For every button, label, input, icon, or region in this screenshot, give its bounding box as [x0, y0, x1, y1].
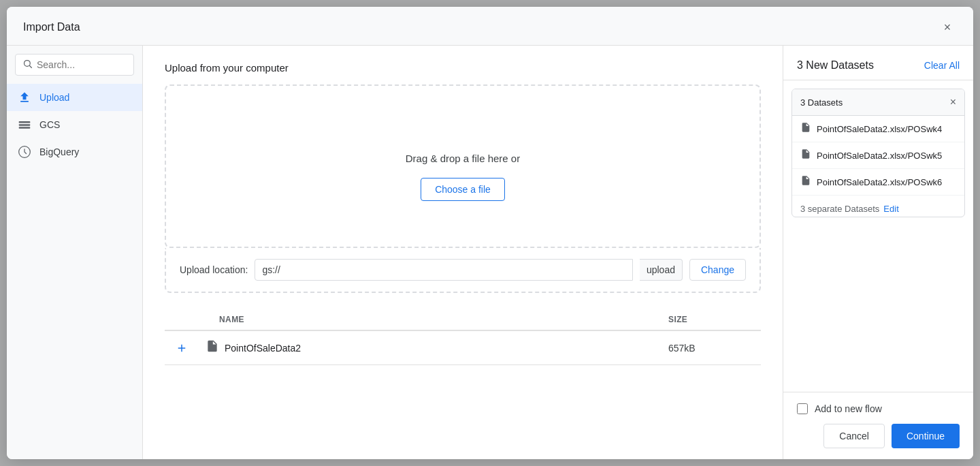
sidebar-item-label-bigquery: BigQuery: [39, 146, 79, 157]
dataset-name-1: PointOfSaleData2.xlsx/POSwk4: [817, 124, 942, 134]
new-datasets-title: 3 New Datasets: [797, 59, 874, 72]
datasets-box-close-button[interactable]: ×: [950, 96, 956, 108]
cancel-button[interactable]: Cancel: [823, 424, 885, 448]
import-data-modal: Import Data ×: [7, 7, 973, 459]
separate-datasets-row: 3 separate Datasets Edit: [792, 196, 964, 217]
col-name-header: NAME: [219, 315, 655, 324]
file-size-cell: 657kB: [668, 343, 750, 354]
upload-icon: [18, 91, 31, 104]
sidebar-item-upload[interactable]: Upload: [7, 84, 142, 111]
bigquery-icon: [18, 145, 31, 159]
dataset-file-icon-2: [800, 149, 811, 162]
col-size-header: SIZE: [668, 315, 750, 324]
file-icon: [206, 339, 219, 356]
svg-rect-4: [19, 127, 31, 129]
expand-icon[interactable]: [176, 342, 192, 354]
main-content: Upload from your computer Drag & drop a …: [143, 46, 783, 459]
drop-zone[interactable]: Drag & drop a file here or Choose a file: [165, 84, 761, 248]
sidebar-item-bigquery[interactable]: BigQuery: [7, 138, 142, 166]
continue-button[interactable]: Continue: [892, 424, 960, 448]
modal-title: Import Data: [23, 21, 80, 33]
right-panel-footer: Add to new flow Cancel Continue: [783, 392, 973, 459]
datasets-count-label: 3 Datasets: [800, 97, 843, 108]
file-name-cell: PointOfSaleData2: [206, 339, 655, 356]
add-flow-row: Add to new flow: [797, 403, 960, 414]
section-title: Upload from your computer: [165, 62, 761, 74]
clear-all-button[interactable]: Clear All: [924, 60, 960, 71]
gcs-icon: [18, 118, 31, 131]
svg-rect-3: [19, 124, 31, 126]
footer-buttons: Cancel Continue: [797, 424, 960, 448]
table-header: NAME SIZE: [165, 309, 761, 331]
right-panel-header: 3 New Datasets Clear All: [783, 46, 973, 80]
dataset-item-3: PointOfSaleData2.xlsx/POSwk6: [792, 169, 964, 196]
drop-zone-text: Drag & drop a file here or: [406, 153, 520, 164]
add-to-flow-checkbox[interactable]: [797, 403, 808, 414]
svg-point-0: [24, 61, 31, 67]
right-panel: 3 New Datasets Clear All 3 Datasets ×: [783, 46, 973, 459]
separate-datasets-text: 3 separate Datasets: [800, 204, 879, 214]
sidebar-item-label-upload: Upload: [39, 92, 69, 103]
upload-suffix: upload: [640, 259, 683, 281]
svg-rect-2: [19, 121, 31, 123]
modal-body: Upload GCS: [7, 46, 973, 459]
search-box[interactable]: [15, 54, 134, 76]
svg-line-1: [29, 65, 31, 67]
sidebar-item-gcs[interactable]: GCS: [7, 111, 142, 138]
file-table: NAME SIZE: [165, 309, 761, 365]
table-expand-col: [176, 315, 206, 324]
datasets-box-header: 3 Datasets ×: [792, 89, 964, 116]
choose-file-button[interactable]: Choose a file: [421, 178, 505, 201]
upload-location-row: Upload location: upload Change: [165, 248, 761, 293]
datasets-box: 3 Datasets × PointOfSaleData2.xlsx/POSwk…: [791, 89, 965, 217]
dataset-name-3: PointOfSaleData2.xlsx/POSwk6: [817, 177, 942, 187]
file-name: PointOfSaleData2: [225, 343, 301, 354]
dataset-item-2: PointOfSaleData2.xlsx/POSwk5: [792, 142, 964, 169]
add-flow-label: Add to new flow: [815, 403, 882, 414]
dataset-file-icon-3: [800, 175, 811, 189]
table-row: PointOfSaleData2 657kB: [165, 331, 761, 365]
upload-location-label: Upload location:: [180, 264, 248, 275]
close-button[interactable]: ×: [938, 18, 957, 37]
search-input[interactable]: [37, 59, 127, 70]
upload-location-input[interactable]: [255, 259, 633, 281]
dataset-name-2: PointOfSaleData2.xlsx/POSwk5: [817, 151, 942, 161]
modal-header: Import Data ×: [7, 7, 973, 46]
dataset-item-1: PointOfSaleData2.xlsx/POSwk4: [792, 116, 964, 142]
search-icon: [22, 59, 33, 71]
dataset-file-icon-1: [800, 122, 811, 136]
change-button[interactable]: Change: [689, 259, 746, 281]
sidebar: Upload GCS: [7, 46, 143, 459]
edit-button[interactable]: Edit: [883, 204, 898, 214]
sidebar-item-label-gcs: GCS: [39, 119, 60, 130]
